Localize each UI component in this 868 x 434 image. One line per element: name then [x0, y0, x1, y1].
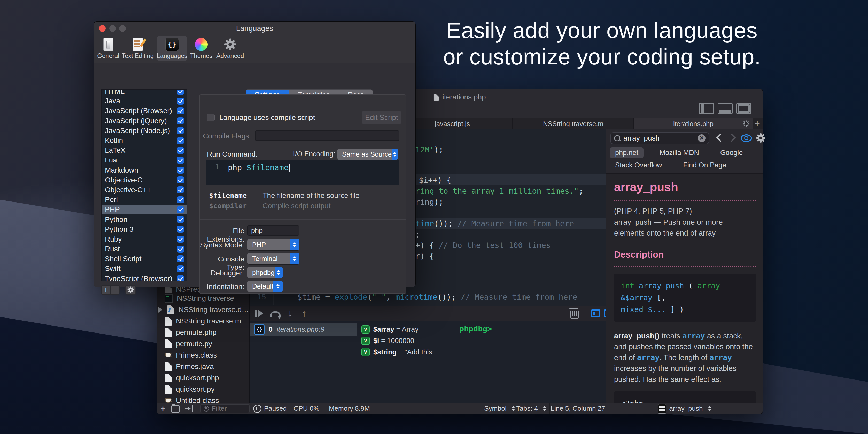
io-encoding-popup[interactable]: Same as Source [337, 149, 398, 160]
add-file-button[interactable]: + [160, 404, 165, 413]
file-row[interactable]: Primes.java [157, 361, 249, 372]
console-type-popup[interactable]: Terminal [247, 253, 299, 264]
docs-source-button[interactable]: Google [715, 147, 748, 158]
language-list[interactable]: HTML Java JavaScript (Browser) J [101, 89, 187, 281]
language-checkbox[interactable] [177, 196, 184, 203]
toolbar-advanced-button[interactable]: Advanced [215, 36, 245, 61]
tab-iterations-php[interactable]: iterations.php [634, 118, 753, 129]
language-row[interactable]: Objective-C [101, 175, 187, 185]
language-checkbox[interactable] [177, 147, 184, 154]
language-checkbox[interactable] [177, 186, 184, 193]
toggle-left-panel-button[interactable] [699, 103, 714, 114]
compile-flags-field[interactable] [255, 130, 399, 141]
language-checkbox[interactable] [177, 216, 184, 223]
add-language-button[interactable]: + [101, 286, 110, 294]
debug-console-pane[interactable]: phpdbg> [454, 321, 606, 403]
language-checkbox[interactable] [177, 265, 184, 272]
clear-search-button[interactable]: ✕ [698, 134, 706, 142]
language-checkbox[interactable] [177, 117, 184, 124]
step-over-button[interactable] [269, 306, 282, 320]
language-actions-gear-button[interactable] [125, 285, 136, 294]
language-row[interactable]: Python 3 [101, 224, 187, 234]
file-extensions-field[interactable]: php [247, 225, 299, 236]
forward-chevron-icon[interactable] [727, 133, 736, 142]
language-row[interactable]: JavaScript (Node.js) [101, 126, 187, 135]
trash-button[interactable] [569, 306, 580, 320]
step-out-button[interactable]: ↑ [299, 306, 309, 320]
toolbar-text-editing-button[interactable]: Text Editing [120, 36, 155, 61]
language-row[interactable]: HTML [101, 89, 187, 96]
language-row[interactable]: Perl [101, 195, 187, 205]
symbol-dropdown[interactable]: Symbol [486, 403, 513, 414]
toolbar-languages-button[interactable]: {} Languages [157, 36, 187, 61]
toggle-right-panel-button[interactable] [736, 103, 751, 114]
file-row[interactable]: quicksort.py [157, 383, 249, 395]
language-row[interactable]: Markdown [101, 165, 187, 175]
variable-row[interactable]: V $array = Array [362, 324, 418, 335]
stack-frame-row[interactable]: {} 0 iterations.php:9 [250, 323, 357, 336]
language-row[interactable]: Objective-C++ [101, 185, 187, 195]
language-checkbox[interactable] [177, 98, 184, 104]
move-to-group-icon[interactable] [185, 405, 193, 412]
language-checkbox[interactable] [177, 236, 184, 243]
docs-source-button[interactable]: Find On Page [678, 160, 732, 170]
language-checkbox[interactable] [177, 167, 184, 174]
language-row[interactable]: JavaScript (jQuery) [101, 116, 187, 126]
toggle-bottom-panel-button[interactable] [718, 103, 733, 114]
language-row[interactable]: Kotlin [101, 135, 187, 146]
language-checkbox[interactable] [177, 107, 184, 115]
file-row[interactable]: NSString traverse.m [157, 315, 249, 327]
language-checkbox[interactable] [177, 255, 184, 262]
toolbar-themes-button[interactable]: Themes [189, 36, 214, 61]
file-row[interactable]: permute.py [157, 338, 249, 349]
language-checkbox[interactable] [177, 206, 184, 213]
docs-content[interactable]: array_push (PHP 4, PHP 5, PHP 7) array_p… [606, 174, 763, 403]
debug-left-panel-button[interactable] [591, 309, 600, 317]
language-checkbox[interactable] [177, 89, 184, 95]
language-row[interactable]: Python [101, 214, 187, 224]
language-row[interactable]: Java [101, 96, 187, 106]
language-row[interactable]: JavaScript (Browser) [101, 106, 187, 116]
language-checkbox[interactable] [177, 137, 184, 144]
eye-icon[interactable] [741, 134, 752, 142]
file-row[interactable]: Primes.class [157, 349, 249, 361]
language-row[interactable]: Lua [101, 155, 187, 165]
folder-icon[interactable] [171, 405, 180, 412]
docs-footer-dropdown[interactable]: array_push [606, 403, 763, 414]
language-checkbox[interactable] [177, 157, 184, 164]
syntax-mode-popup[interactable]: PHP [247, 239, 299, 250]
language-checkbox[interactable] [177, 246, 184, 253]
continue-button[interactable] [253, 306, 265, 320]
language-checkbox[interactable] [177, 127, 184, 134]
language-row[interactable]: LaTeX [101, 146, 187, 155]
new-tab-button[interactable]: + [754, 118, 760, 129]
filter-field[interactable]: Filter [200, 404, 250, 413]
remove-language-button[interactable]: − [110, 286, 119, 294]
debugger-popup[interactable]: phpdbg [247, 267, 283, 278]
language-row[interactable]: Rust [101, 244, 187, 254]
back-chevron-icon[interactable] [716, 133, 724, 142]
language-row[interactable]: PHP [101, 205, 187, 214]
language-checkbox[interactable] [177, 177, 184, 183]
compile-script-checkbox[interactable] [207, 114, 215, 121]
file-row[interactable]: NSString traverse.d… [157, 304, 249, 315]
tabs-dropdown[interactable]: Tabs: 4 [513, 403, 550, 414]
step-into-button[interactable]: ↓ [285, 306, 295, 320]
language-row[interactable]: Ruby [101, 234, 187, 244]
toolbar-general-button[interactable]: General [98, 36, 119, 61]
language-checkbox[interactable] [177, 226, 184, 233]
docs-settings-gear-icon[interactable] [755, 133, 766, 143]
docs-source-button[interactable]: php.net [610, 147, 644, 158]
run-command-editor[interactable]: 1 php $filename [206, 160, 399, 185]
language-row[interactable]: TypeScript (Browser) [101, 274, 187, 281]
edit-script-button[interactable]: Edit Script [362, 111, 401, 124]
language-row[interactable]: Swift [101, 264, 187, 274]
file-row[interactable]: permute.php [157, 327, 249, 338]
variable-row[interactable]: V $i = 1000000 [362, 336, 414, 346]
disclosure-triangle-icon[interactable] [158, 307, 162, 313]
docs-search-field[interactable]: array_push ✕ [611, 132, 709, 144]
indentation-popup[interactable]: Default [247, 281, 283, 292]
file-row[interactable]: NSString traverse [157, 293, 249, 304]
docs-source-button[interactable]: Stack Overflow [610, 160, 667, 170]
variable-row[interactable]: V $string = "Add this… [362, 347, 439, 357]
